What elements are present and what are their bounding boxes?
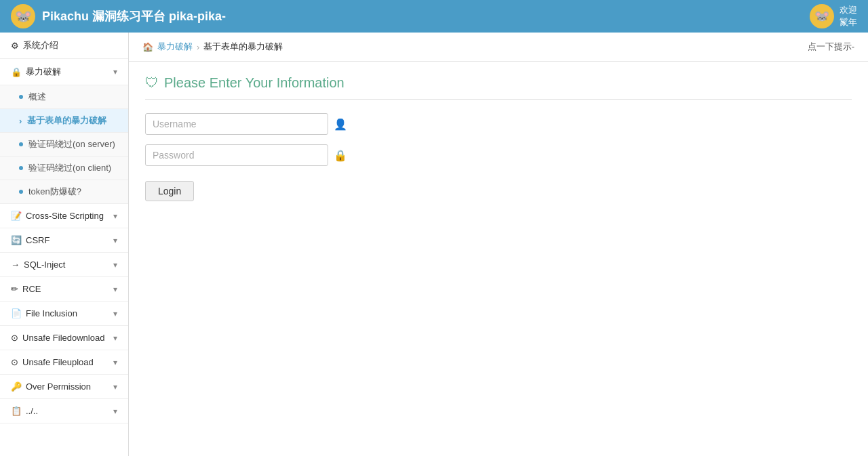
breadcrumb-parent[interactable]: 暴力破解 <box>157 41 193 53</box>
sidebar-item-over-permission[interactable]: 🔑 Over Permission ▾ <box>0 375 128 399</box>
header-title: Pikachu 漏洞练习平台 pika-pika- <box>42 8 226 24</box>
permission-icon: 🔑 <box>11 381 22 392</box>
chevron-down-icon: ▾ <box>113 236 117 245</box>
header: 🐭 Pikachu 漏洞练习平台 pika-pika- 🐭 欢迎 鬣年 <box>0 0 868 33</box>
section-title: 🛡 Please Enter Your Information <box>145 75 852 91</box>
password-form-group: 🔒 <box>145 144 852 166</box>
csrf-icon: 🔄 <box>11 235 22 245</box>
rce-icon: ✏ <box>11 284 18 294</box>
sidebar-label-system-intro: 系统介绍 <box>23 39 58 51</box>
xss-icon: 📝 <box>11 211 22 221</box>
dot-icon <box>19 142 23 146</box>
section-title-text: Please Enter Your Information <box>164 75 344 91</box>
sidebar-sub-item-overview[interactable]: 概述 <box>0 85 128 109</box>
sidebar-label-path-traversal: ../.. <box>26 406 38 416</box>
sidebar-label-file-inclusion: File Inclusion <box>26 308 77 318</box>
sidebar-label-over-permission: Over Permission <box>26 381 91 392</box>
username-form-group: 👤 <box>145 113 852 135</box>
chevron-down-icon: ▾ <box>113 260 117 270</box>
chevron-down-icon: ▾ <box>113 358 117 367</box>
path-icon: 📋 <box>11 406 22 416</box>
user-icon: 👤 <box>334 118 347 131</box>
chevron-down-icon: ▾ <box>113 285 117 294</box>
fileupload-icon: ⊙ <box>11 357 18 367</box>
file-inclusion-icon: 📄 <box>11 308 22 318</box>
sidebar-sub-item-form-brute[interactable]: › 基于表单的暴力破解 <box>0 109 128 133</box>
divider <box>145 99 852 100</box>
sidebar-sub-item-token-brute[interactable]: token防爆破? <box>0 180 128 204</box>
main-content: 🏠 暴力破解 › 基于表单的暴力破解 点一下提示- 🛡 Please Enter… <box>129 33 868 456</box>
sidebar: ⚙ 系统介绍 🔒 暴力破解 ▾ 概述 › 基于表单的暴力破解 验证码绕过( <box>0 33 129 456</box>
header-logo: 🐭 <box>11 4 35 28</box>
password-input[interactable] <box>145 144 328 166</box>
sidebar-label-sql-inject: SQL-Inject <box>24 260 65 270</box>
shield-icon: 🛡 <box>145 75 159 91</box>
filedownload-icon: ⊙ <box>11 333 18 343</box>
sidebar-item-brute-force[interactable]: 🔒 暴力破解 ▾ <box>0 59 128 85</box>
login-button[interactable]: Login <box>145 181 194 201</box>
chevron-down-icon: ▾ <box>113 382 117 392</box>
chevron-down-icon: ▾ <box>113 211 117 221</box>
username-input[interactable] <box>145 113 328 135</box>
breadcrumb-hint[interactable]: 点一下提示- <box>808 41 854 53</box>
content-area: 🛡 Please Enter Your Information 👤 🔒 Logi… <box>129 62 868 215</box>
gear-icon: ⚙ <box>11 41 19 51</box>
lock-icon: 🔒 <box>11 67 22 77</box>
chevron-down-icon: ▾ <box>113 407 117 416</box>
sql-icon: → <box>11 260 20 270</box>
sidebar-label-rce: RCE <box>22 284 41 294</box>
header-right: 🐭 欢迎 鬣年 <box>810 4 857 28</box>
sidebar-item-file-inclusion[interactable]: 📄 File Inclusion ▾ <box>0 302 128 326</box>
sidebar-label-brute-force: 暴力破解 <box>26 66 61 78</box>
sidebar-item-path-traversal[interactable]: 📋 ../.. ▾ <box>0 399 128 423</box>
sidebar-item-rce[interactable]: ✏ RCE ▾ <box>0 277 128 302</box>
login-button-wrapper: Login <box>145 175 852 201</box>
arrow-icon: › <box>19 116 22 126</box>
sidebar-item-csrf[interactable]: 🔄 CSRF ▾ <box>0 228 128 253</box>
sidebar-item-unsafe-filedownload[interactable]: ⊙ Unsafe Filedownload ▾ <box>0 326 128 350</box>
avatar: 🐭 <box>810 4 834 28</box>
sidebar-item-sql-inject[interactable]: → SQL-Inject ▾ <box>0 253 128 277</box>
sidebar-item-system-intro[interactable]: ⚙ 系统介绍 <box>0 33 128 59</box>
chevron-down-icon: ▾ <box>113 309 117 318</box>
sidebar-sub-item-captcha-server[interactable]: 验证码绕过(on server) <box>0 133 128 157</box>
dot-icon <box>19 166 23 170</box>
sidebar-item-xss[interactable]: 📝 Cross-Site Scripting ▾ <box>0 204 128 228</box>
header-left: 🐭 Pikachu 漏洞练习平台 pika-pika- <box>11 4 226 28</box>
chevron-down-icon: ▾ <box>113 67 117 77</box>
sidebar-sub-brute-force: 概述 › 基于表单的暴力破解 验证码绕过(on server) 验证码绕过(on… <box>0 85 128 204</box>
breadcrumb-current: 基于表单的暴力破解 <box>203 41 283 53</box>
lock-icon: 🔒 <box>334 149 347 162</box>
sidebar-label-xss: Cross-Site Scripting <box>26 211 104 221</box>
header-welcome: 欢迎 鬣年 <box>840 4 857 28</box>
breadcrumb: 🏠 暴力破解 › 基于表单的暴力破解 点一下提示- <box>129 33 868 62</box>
sidebar-label-unsafe-fileupload: Unsafe Fileupload <box>22 357 94 367</box>
breadcrumb-separator: › <box>197 42 199 52</box>
dot-icon <box>19 95 23 99</box>
dot-icon <box>19 190 23 194</box>
breadcrumb-home[interactable]: 🏠 <box>142 42 153 52</box>
chevron-down-icon: ▾ <box>113 333 117 343</box>
sidebar-label-unsafe-filedownload: Unsafe Filedownload <box>22 333 104 343</box>
sidebar-item-unsafe-fileupload[interactable]: ⊙ Unsafe Fileupload ▾ <box>0 350 128 375</box>
sidebar-label-csrf: CSRF <box>26 235 50 245</box>
sidebar-sub-item-captcha-client[interactable]: 验证码绕过(on client) <box>0 157 128 180</box>
